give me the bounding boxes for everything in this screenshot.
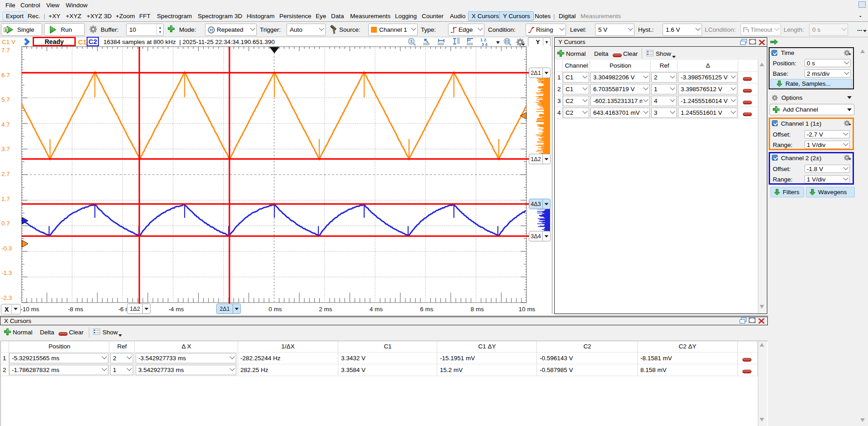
svg-text:2Δ1: 2Δ1: [531, 70, 541, 76]
svg-text:-1.3: -1.3: [1, 269, 12, 276]
svg-text:-0.3: -0.3: [1, 245, 12, 252]
svg-text:1: 1: [5, 27, 7, 32]
svg-text:4Δ3: 4Δ3: [531, 201, 541, 207]
svg-text:3.7: 3.7: [1, 146, 10, 152]
svg-text:0 ms: 0 ms: [268, 306, 282, 313]
svg-text:3Δ4: 3Δ4: [531, 233, 541, 240]
svg-text:-4 ms: -4 ms: [169, 306, 184, 313]
svg-text:4.7: 4.7: [1, 121, 10, 128]
svg-text:6.7: 6.7: [1, 72, 10, 78]
svg-text:10 ms: 10 ms: [519, 306, 536, 313]
svg-text:2 ms: 2 ms: [319, 306, 332, 313]
svg-text:5.7: 5.7: [1, 96, 10, 103]
svg-text:-2.3: -2.3: [1, 294, 12, 301]
svg-text:1.7: 1.7: [1, 196, 10, 202]
svg-text:1: 1: [410, 39, 412, 44]
svg-text:2Δ1: 2Δ1: [219, 306, 229, 312]
svg-text:8 ms: 8 ms: [471, 306, 484, 313]
svg-text:6 ms: 6 ms: [420, 306, 434, 313]
svg-text:-10 ms: -10 ms: [20, 306, 39, 313]
svg-text:X: X: [5, 306, 9, 313]
svg-text:1Δ2: 1Δ2: [531, 156, 541, 162]
svg-text:4 ms: 4 ms: [370, 306, 383, 313]
svg-text:2.7: 2.7: [1, 171, 10, 177]
svg-text:1Δ2: 1Δ2: [130, 306, 140, 312]
svg-text:7.7: 7.7: [1, 47, 10, 54]
svg-text:-8 ms: -8 ms: [68, 306, 83, 313]
svg-text:0.7: 0.7: [1, 220, 10, 227]
